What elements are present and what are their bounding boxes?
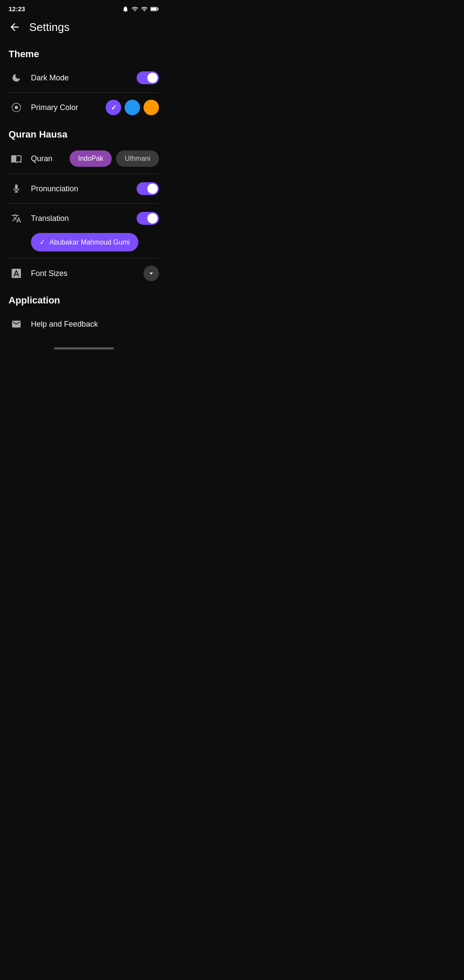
svg-rect-1 [151,8,156,10]
status-icons [122,6,159,12]
svg-rect-2 [158,8,159,9]
status-time: 12:23 [9,5,25,12]
color-swatch-purple[interactable] [106,100,121,115]
pronunciation-toggle[interactable] [137,182,159,195]
pronunciation-icon [9,181,24,196]
check-icon: ✓ [40,238,45,246]
pronunciation-row[interactable]: Pronunciation [0,174,168,203]
pronunciation-slider [137,182,159,195]
translation-label: Translation [31,214,130,223]
translation-row[interactable]: Translation [0,204,168,233]
primary-color-icon [9,100,24,115]
application-section-label: Application [0,288,168,309]
font-sizes-row[interactable]: Font Sizes [0,259,168,288]
dark-mode-label: Dark Mode [31,74,130,83]
help-feedback-icon [9,316,24,332]
signal-icon [131,6,138,12]
notification-icon [122,6,129,12]
dark-mode-row[interactable]: Dark Mode [0,63,168,92]
application-section: Application Help and Feedback [0,288,168,339]
quran-icon [9,151,24,166]
color-swatch-blue[interactable] [125,100,140,115]
back-button[interactable] [7,19,22,35]
page-title: Settings [29,21,70,34]
svg-point-4 [15,106,18,109]
settings-header: Settings [0,16,168,42]
quran-hausa-section-label: Quran Hausa [0,122,168,144]
primary-color-row[interactable]: Primary Color [0,93,168,122]
dark-mode-toggle[interactable] [137,71,159,84]
home-indicator [54,347,114,349]
font-sizes-label: Font Sizes [31,269,137,278]
color-swatch-orange[interactable] [143,100,159,115]
pronunciation-label: Pronunciation [31,184,130,193]
translation-selected-label: Abubakar Mahmoud Gumi [49,239,130,246]
font-sizes-dropdown-icon[interactable] [143,266,159,281]
translation-selected-button[interactable]: ✓ Abubakar Mahmoud Gumi [31,233,138,251]
theme-section-label: Theme [0,42,168,63]
translation-toggle[interactable] [137,212,159,225]
primary-color-label: Primary Color [31,103,99,112]
color-swatches [106,100,159,115]
status-bar: 12:23 [0,0,168,16]
wifi-icon [141,6,148,12]
dark-mode-slider [137,71,159,84]
quran-buttons: IndoPak Uthmani [70,150,159,167]
translation-slider [137,212,159,225]
theme-section: Theme Dark Mode Primary Color [0,42,168,122]
battery-icon [150,6,159,12]
quran-label: Quran [31,154,63,163]
translation-icon [9,211,24,226]
uthmani-button[interactable]: Uthmani [116,150,159,167]
dark-mode-icon [9,70,24,86]
font-sizes-icon [9,266,24,281]
quran-hausa-section: Quran Hausa Quran IndoPak Uthmani Pronun… [0,122,168,288]
help-feedback-row[interactable]: Help and Feedback [0,309,168,339]
quran-row: Quran IndoPak Uthmani [0,144,168,174]
indopak-button[interactable]: IndoPak [70,150,112,167]
help-feedback-label: Help and Feedback [31,320,159,329]
